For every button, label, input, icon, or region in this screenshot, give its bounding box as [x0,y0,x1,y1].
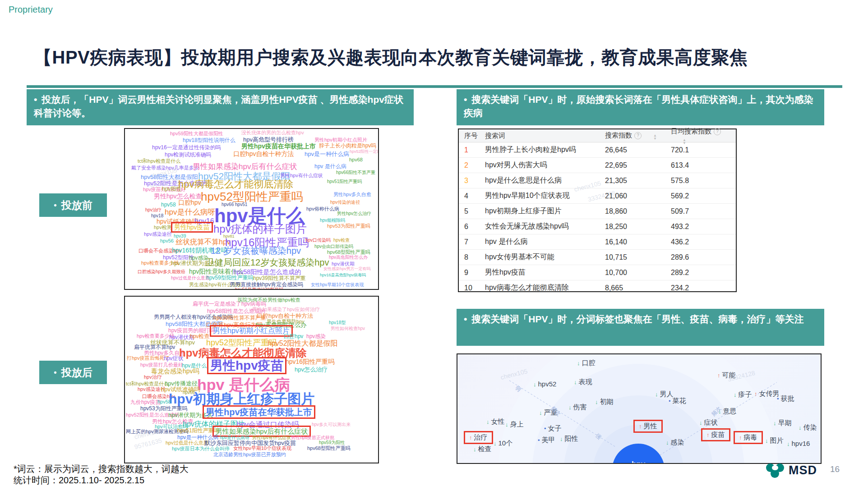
wordcloud-term: hpv高危型号排行榜 [243,137,294,142]
column-header-search-index-text: 搜索指数 [605,131,632,139]
tag-bubble-chart: ↓口腔↓表现↓hpv52↓男人•菜花↓初期↓伤害↓严重↑可能↓疹子↑女传男•获批… [457,353,822,464]
wordcloud-term: hpv潜伏期 [332,261,355,266]
tag-down-trend-item: ↓hpv16 [787,440,810,447]
down-arrow-icon: ↓ [574,379,577,385]
wordcloud-term: hpv检测试纸准确吗 [165,152,211,157]
wordcloud-term: 女性hpv早期10个症状表现 [233,446,291,451]
wordcloud-term: hpv治疗 [144,375,162,380]
wordcloud-term: hpv68型阳性严重吗 [307,446,351,451]
rank-cell: 2 [459,161,485,170]
wordcloud-term: hpv59为阳性 [319,440,345,445]
wordcloud-term: hpv16阳性严重吗 [286,358,334,365]
table-row: 1男性脖子上长小肉粒是hpv吗26,645720.1 [459,142,736,158]
label-before-launch: • 投放前 [39,193,107,217]
wordcloud-term: 口腔感染hpv多久能致癌 [138,270,185,274]
column-header-daily-index: 日均搜索指数?▲▼ [671,127,734,145]
tag-dot-item: •美甲 [538,436,555,445]
wordcloud-term: 女性hpv早期10个症状表现 [311,283,364,287]
tag-down-trend-item: ↓10个 [494,439,512,448]
wordcloud-term: hpv51是最难治的型号吗 [235,288,283,290]
down-arrow-icon: ↓ [655,391,658,398]
up-arrow-icon: ↑ [639,423,642,430]
wordcloud-term: 脖子上长小肉粒是hpv吗 [319,143,376,148]
wordcloud-term: hpv怎么治疗 [295,367,328,372]
tag-up-trend-item: ↑疫苗 [701,428,730,441]
footnote: *词云：展示为词云，搜索指数越大，词越大 统计时间：2025.1.10- 202… [14,463,189,486]
table-row: 6女性会无缘无故感染hpv吗18,250493.2 [459,219,736,234]
bullet-icon: • [464,312,467,326]
daily-index-cell: 234.2 [671,284,734,292]
wordcloud-term: hpv66阳性不算严重 [336,170,375,175]
daily-index-cell: 569.2 [671,192,734,200]
wordcloud-term: hpv16是高危型hpv病毒吗 [320,273,366,277]
dot-icon: • [538,437,540,444]
tag-dot-item: •获批 [777,394,794,403]
wordcloud-term: hpv疣体的样子图片 [213,224,307,234]
up-arrow-icon: ↑ [706,431,710,438]
tag-down-trend-item: ↓早期 [773,419,792,427]
rank-cell: 7 [459,238,485,246]
tag-up-trend-item: ↑治疗 [464,431,493,444]
wordcloud-term: 男性如果感染了hpv应如何治疗 [252,307,320,312]
wordcloud-term: 男性hpv疫苗 [171,222,213,233]
search-index-cell: 21,305 [605,177,671,185]
daily-index-cell: 289.6 [671,253,734,261]
down-arrow-icon: ↓ [473,446,476,453]
rank-cell: 1 [459,146,485,154]
wordcloud-term: 没长疣体的男的怎么检查hpv [241,130,304,135]
wordcloud-section-header-text: 投放后，「HPV」词云男性相关讨论明显聚焦，涵盖男性HPV疫苗 、男性感染hpv… [34,94,403,118]
tag-down-trend-item: ↓图片 [765,436,784,445]
down-arrow-icon: ↓ [505,421,508,428]
wordcloud-term: 男性如果感染hpv后有什么症状 [193,163,297,170]
column-header-rank: 序号 [459,132,485,140]
term-cell: hpv病毒怎么才能彻底清除 [485,283,605,293]
wordcloud-term: hpv18型 [329,321,346,325]
daily-index-cell: 493.2 [671,223,734,231]
search-index-cell: 16,140 [605,238,671,246]
tag-dot-item: •菜花 [669,397,686,405]
wordcloud-term: 男性hpv有什么症状 [280,173,323,178]
down-arrow-icon: ↓ [799,424,802,431]
daily-index-cell: 575.8 [671,177,734,185]
down-arrow-icon: ↓ [734,391,737,398]
tag-down-trend-item: ↓表现 [574,378,592,386]
tag-down-trend-item: ↓感染 [666,438,684,447]
rank-cell: 10 [459,284,485,292]
wordcloud-term: hpv高危阳性怎么办 [329,255,368,260]
search-terms-section-header-text: 搜索关键词「HPV」时，原始搜索长词落在「男性具体症状咨询」上，其次为感染疾病 [464,94,813,118]
up-arrow-icon: ↑ [739,434,742,441]
down-arrow-icon: ↓ [787,440,790,447]
dot-icon: • [669,398,671,404]
page-title: 【HPV疾病表现】投放期用户搜索及兴趣表现向本次教育关键词靠拢，教育成果高度聚焦 [34,45,846,70]
wordcloud-term: 口腔hpv自检十种方法 [257,313,313,319]
down-arrow-icon: ↓ [533,381,536,388]
wordcloud-term: 卫健局回应12岁女孩疑感染hpv [205,258,329,267]
title-divider [27,85,842,88]
term-cell: 男性脖子上长小肉粒是hpv吗 [485,145,605,155]
wordcloud-term: hpv多久可以测出来 [312,422,351,427]
tag-down-trend-item: ↓初期 [595,398,614,406]
wordcloud-term: hpv疫苗男的能打吗 [168,328,215,333]
wordcloud-term: hpv是什么病呀 [165,208,215,216]
wordcloud-section-header: •投放后，「HPV」词云男性相关讨论明显聚焦，涵盖男性HPV疫苗 、男性感染hp… [27,89,414,125]
down-arrow-icon: ↓ [539,409,542,416]
daily-index-cell: 720.1 [671,146,734,154]
msd-logo-icon [766,463,784,478]
search-index-cell: 10,700 [605,269,671,277]
tag-down-trend-item: ↓阳性 [560,435,578,443]
tag-down-trend-item: ↓伤害 [568,403,587,412]
wordcloud-term: hpv59型阳性严重吗 [206,275,254,280]
wordcloud-term: hpv58 [161,202,176,207]
table-row: 10hpv病毒怎么才能彻底清除8,665234.2 [459,280,736,295]
wordcloud-term: 口腔hpv [284,334,303,339]
wordcloud-term: 男性hpv疫苗 [207,357,286,374]
bullet-icon: • [34,93,37,106]
tag-down-trend-item: ↓传染 [799,423,817,432]
daily-index-cell: 436.2 [671,238,734,246]
wordcloud-term: 男性hpv多久自愈 [333,192,371,197]
wordcloud-term: hpv 是什么病 [197,377,290,392]
wordcloud-term: 男性hpv疫苗在华获批上市 [241,143,316,149]
wordcloud-term: hpv感染途径 [144,232,172,237]
wordcloud-term: hpv能根除吗 [320,218,345,223]
term-cell: 女性会无缘无故感染hpv吗 [485,222,605,231]
